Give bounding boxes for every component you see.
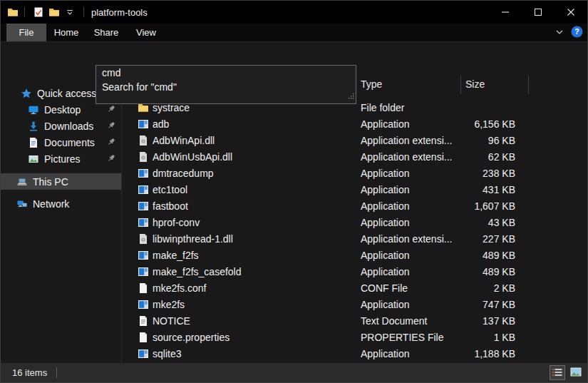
pin-icon (107, 105, 115, 113)
chevron-down-icon (555, 26, 564, 39)
column-header-type[interactable]: Type (361, 78, 382, 90)
file-name[interactable]: libwinpthread-1.dll (153, 233, 233, 245)
dll-icon (138, 135, 149, 146)
titlebar-separator (83, 7, 84, 17)
tab-file[interactable]: File (6, 24, 46, 41)
properties-button[interactable] (31, 4, 46, 20)
column-header-size[interactable]: Size (465, 78, 485, 90)
file-name[interactable]: fastboot (153, 200, 188, 212)
file-name[interactable]: mke2fs (153, 299, 185, 310)
file-name[interactable]: source.properties (153, 332, 229, 343)
file-rows: systraceFile folderadbApplication6,156 K… (122, 100, 587, 362)
details-view-button[interactable] (550, 365, 565, 380)
sidebar-item-label: This PC (33, 176, 68, 188)
file-row[interactable]: make_f2fsApplication489 KB (122, 247, 587, 264)
text-icon (138, 315, 149, 327)
details-view-icon (552, 367, 562, 379)
file-row[interactable]: fastbootApplication1,607 KB (122, 198, 587, 215)
file-row[interactable]: source.propertiesPROPERTIES File1 KB (122, 330, 587, 346)
file-type: Application (361, 250, 410, 261)
file-row[interactable]: adbApplication6,156 KB (122, 116, 587, 133)
file-size: 6,156 KB (428, 118, 515, 130)
file-name[interactable]: sqlite3 (153, 348, 181, 359)
sidebar-item-this-pc[interactable]: This PC (1, 173, 121, 190)
star-icon (21, 88, 32, 99)
file-row[interactable]: libwinpthread-1.dllApplication extensi..… (122, 231, 587, 247)
window-title: platform-tools (91, 7, 148, 18)
maximize-button[interactable] (522, 1, 555, 23)
file-row[interactable]: sqlite3Application1,188 KB (122, 346, 587, 362)
file-size: 1,188 KB (428, 348, 515, 359)
close-icon (567, 6, 574, 19)
file-list-pane: Type Size systraceFile folderadbApplicat… (122, 72, 587, 363)
sidebar-item-downloads[interactable]: Downloads (1, 118, 121, 134)
file-name[interactable]: make_f2fs (153, 250, 199, 261)
ribbon-collapse-button[interactable] (555, 26, 564, 39)
sidebar-item-pictures[interactable]: Pictures (1, 150, 121, 167)
file-size: 431 KB (428, 184, 515, 195)
tab-share[interactable]: Share (86, 24, 126, 41)
file-size: 227 KB (428, 233, 515, 245)
autocomplete-item[interactable]: cmd (96, 66, 356, 80)
minimize-icon (502, 6, 509, 19)
file-row[interactable]: dmtracedumpApplication238 KB (122, 165, 587, 182)
new-folder-icon (48, 6, 60, 18)
file-row[interactable]: hprof-convApplication43 KB (122, 215, 587, 231)
file-name[interactable]: dmtracedump (153, 168, 214, 179)
tab-view[interactable]: View (126, 24, 166, 41)
minimize-button[interactable] (489, 1, 522, 23)
sidebar-item-label: Quick access (37, 88, 96, 99)
file-type: Application (361, 266, 410, 277)
status-bar: 16 items (1, 363, 587, 382)
file-name[interactable]: make_f2fs_casefold (153, 266, 242, 277)
customize-chevron-icon (64, 6, 76, 18)
file-name[interactable]: hprof-conv (153, 217, 200, 228)
file-size: 62 KB (428, 151, 515, 163)
new-folder-button[interactable] (46, 4, 62, 20)
autocomplete-item[interactable]: Search for "cmd" (96, 80, 356, 94)
file-row[interactable]: mke2fs.confCONF File2 KB (122, 280, 587, 297)
file-name[interactable]: NOTICE (153, 315, 190, 327)
thispc-icon (16, 176, 28, 188)
sidebar-item-label: Pictures (44, 153, 81, 165)
file-row[interactable]: AdbWinApi.dllApplication extensi...96 KB (122, 133, 587, 149)
file-type: Application (361, 299, 410, 310)
resize-grip-icon[interactable] (348, 89, 354, 102)
file-name[interactable]: adb (153, 118, 169, 130)
close-button[interactable] (555, 1, 587, 23)
file-row[interactable]: mke2fsApplication747 KB (122, 297, 587, 313)
customize-quick-access-button[interactable] (62, 4, 78, 20)
file-name[interactable]: AdbWinUsbApi.dll (153, 151, 232, 163)
tab-home[interactable]: Home (46, 24, 86, 41)
pictures-icon (28, 153, 39, 165)
file-row[interactable]: etc1toolApplication431 KB (122, 182, 587, 198)
thumbnails-view-button[interactable] (568, 365, 584, 380)
downloads-icon (28, 121, 39, 132)
sidebar-item-label: Downloads (44, 121, 93, 132)
file-name[interactable]: etc1tool (153, 184, 187, 195)
file-row[interactable]: NOTICEText Document137 KB (122, 313, 587, 330)
file-size: 137 KB (428, 315, 515, 327)
help-icon: ? (571, 28, 583, 40)
file-type: Text Document (361, 315, 427, 327)
help-button[interactable]: ? (571, 26, 583, 41)
file-row[interactable]: make_f2fs_casefoldApplication489 KB (122, 264, 587, 280)
exe-icon (138, 200, 149, 212)
address-autocomplete-dropdown: cmdSearch for "cmd" (96, 65, 356, 104)
file-size: 489 KB (428, 250, 515, 261)
file-type: Application (361, 348, 410, 359)
file-type: Application (361, 168, 410, 179)
sidebar-item-network[interactable]: Network (1, 195, 121, 212)
ribbon-tabs: File Home Share View (1, 24, 587, 42)
file-name[interactable]: AdbWinApi.dll (153, 135, 215, 146)
file-name[interactable]: mke2fs.conf (153, 282, 206, 294)
exe-icon (138, 266, 149, 277)
pin-icon (107, 154, 115, 163)
file-type: Application (361, 118, 410, 130)
sidebar-item-documents[interactable]: Documents (1, 134, 121, 150)
file-size: 96 KB (428, 135, 515, 146)
pin-icon (107, 121, 115, 130)
exe-icon (138, 118, 149, 130)
file-size: 2 KB (428, 282, 515, 294)
file-row[interactable]: AdbWinUsbApi.dllApplication extensi...62… (122, 149, 587, 165)
